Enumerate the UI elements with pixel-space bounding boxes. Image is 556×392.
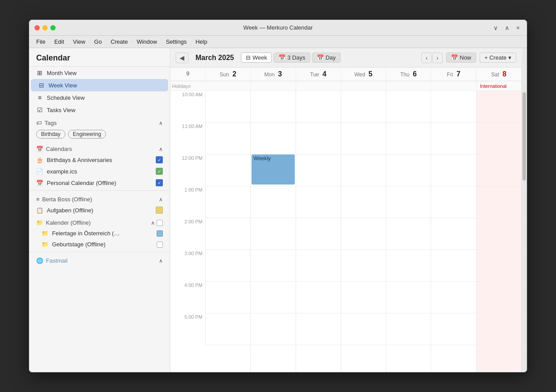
scrollbar-thumb[interactable] (522, 92, 526, 181)
event-weekly[interactable]: Weekly (252, 155, 294, 185)
wm-close[interactable]: × (515, 23, 522, 32)
sat-1600[interactable] (477, 282, 521, 313)
birthdays-checkbox[interactable]: ✓ (156, 156, 163, 163)
sat-1200[interactable] (477, 155, 521, 186)
geburtstage-checkbox[interactable] (157, 241, 163, 248)
day-col-sun[interactable] (206, 91, 251, 372)
sidebar-item-month-view[interactable]: ⊞ Month View (29, 67, 170, 79)
wed-1300[interactable] (341, 186, 386, 218)
view-week-btn[interactable]: ⊟ Week (241, 53, 272, 63)
next-btn[interactable]: › (432, 53, 443, 63)
thu-1500[interactable] (386, 250, 431, 282)
tue-1700[interactable] (296, 313, 341, 345)
menu-file[interactable]: File (33, 37, 49, 46)
close-button[interactable] (34, 25, 40, 30)
menu-edit[interactable]: Edit (51, 37, 68, 46)
tag-engineering[interactable]: Engineering (68, 130, 106, 139)
prev-btn[interactable]: ‹ (421, 53, 432, 63)
sat-1500[interactable] (477, 250, 521, 282)
mon-1300[interactable] (251, 186, 295, 218)
day-col-fri[interactable] (431, 91, 476, 372)
scrollbar[interactable] (522, 48, 527, 372)
tue-1000[interactable] (296, 91, 341, 123)
sat-1700[interactable] (477, 313, 521, 345)
view-3days-btn[interactable]: 📅 3 Days (274, 53, 310, 63)
thu-1000[interactable] (386, 91, 431, 123)
sidebar-item-week-view[interactable]: ⊟ Week View (31, 79, 168, 91)
feiertage-checkbox[interactable] (157, 230, 163, 237)
day-col-wed[interactable] (341, 91, 386, 372)
aufgaben-checkbox[interactable] (156, 207, 163, 214)
menu-settings[interactable]: Settings (162, 37, 190, 46)
thu-1700[interactable] (386, 313, 431, 345)
day-col-sat[interactable] (477, 91, 522, 372)
calendar-example[interactable]: 📄 example.ics ✓ (29, 166, 170, 177)
calendar-birthdays[interactable]: 🎂 Birthdays & Anniversaries ✓ (29, 154, 170, 166)
fri-1500[interactable] (431, 250, 476, 282)
sun-1400[interactable] (206, 218, 250, 250)
wed-1600[interactable] (341, 282, 386, 313)
now-btn[interactable]: 📅 Now (446, 53, 476, 63)
wed-1200[interactable] (341, 155, 386, 186)
calendar-feiertage[interactable]: 📁 Feiertage in Österreich (… (33, 228, 170, 239)
sidebar-item-tasks-view[interactable]: ☑ Tasks View (29, 104, 170, 116)
sun-1000[interactable] (206, 91, 250, 123)
thu-1300[interactable] (386, 186, 431, 218)
sun-1100[interactable] (206, 123, 250, 155)
sat-1400[interactable] (477, 218, 521, 250)
tue-1500[interactable] (296, 250, 341, 282)
tags-collapse-btn[interactable]: ∧ (159, 120, 163, 126)
kalender-collapse-btn[interactable]: ∧ (151, 220, 155, 226)
minimize-button[interactable] (42, 25, 48, 30)
mon-1100[interactable] (251, 123, 295, 155)
calendar-aufgaben[interactable]: 📋 Aufgaben (Offline) (29, 204, 170, 216)
fri-1000[interactable] (431, 91, 476, 123)
tue-1100[interactable] (296, 123, 341, 155)
sun-1200[interactable] (206, 155, 250, 186)
sun-1300[interactable] (206, 186, 250, 218)
create-btn[interactable]: + Create ▾ (480, 53, 516, 63)
wed-1700[interactable] (341, 313, 386, 345)
mon-1400[interactable] (251, 218, 295, 250)
mon-1600[interactable] (251, 282, 295, 313)
menu-help[interactable]: Help (192, 37, 211, 46)
sidebar-toggle-btn[interactable]: ◀ (176, 53, 188, 63)
sat-1300[interactable] (477, 186, 521, 218)
tue-1300[interactable] (296, 186, 341, 218)
sidebar-item-schedule-view[interactable]: ≡ Schedule View (29, 91, 170, 104)
menu-go[interactable]: Go (90, 37, 105, 46)
menu-window[interactable]: Window (133, 37, 161, 46)
wed-1400[interactable] (341, 218, 386, 250)
menu-create[interactable]: Create (107, 37, 131, 46)
fri-1600[interactable] (431, 282, 476, 313)
sun-1500[interactable] (206, 250, 250, 282)
mon-1000[interactable] (251, 91, 295, 123)
tue-1600[interactable] (296, 282, 341, 313)
sun-1600[interactable] (206, 282, 250, 313)
day-col-mon[interactable]: Weekly (251, 91, 296, 372)
fri-1400[interactable] (431, 218, 476, 250)
wed-1100[interactable] (341, 123, 386, 155)
day-col-tue[interactable] (296, 91, 341, 372)
thu-1100[interactable] (386, 123, 431, 155)
thu-1400[interactable] (386, 218, 431, 250)
view-day-btn[interactable]: 📅 Day (312, 53, 341, 63)
calendar-personal[interactable]: 📅 Personal Calendar (Offline) ✓ (29, 177, 170, 188)
wm-minimize[interactable]: ∨ (492, 23, 500, 32)
wed-1000[interactable] (341, 91, 386, 123)
maximize-button[interactable] (50, 25, 56, 30)
personal-checkbox[interactable]: ✓ (156, 179, 163, 186)
fri-1200[interactable] (431, 155, 476, 186)
sat-1000[interactable] (477, 91, 521, 123)
fri-1700[interactable] (431, 313, 476, 345)
wed-1500[interactable] (341, 250, 386, 282)
example-checkbox[interactable]: ✓ (156, 168, 163, 175)
sat-1100[interactable] (477, 123, 521, 155)
kalender-checkbox[interactable] (157, 220, 163, 226)
thu-1600[interactable] (386, 282, 431, 313)
fastmail-collapse-btn[interactable]: ∧ (159, 258, 163, 264)
menu-view[interactable]: View (69, 37, 89, 46)
day-col-thu[interactable] (386, 91, 431, 372)
fri-1100[interactable] (431, 123, 476, 155)
berta-collapse-btn[interactable]: ∧ (159, 196, 163, 203)
